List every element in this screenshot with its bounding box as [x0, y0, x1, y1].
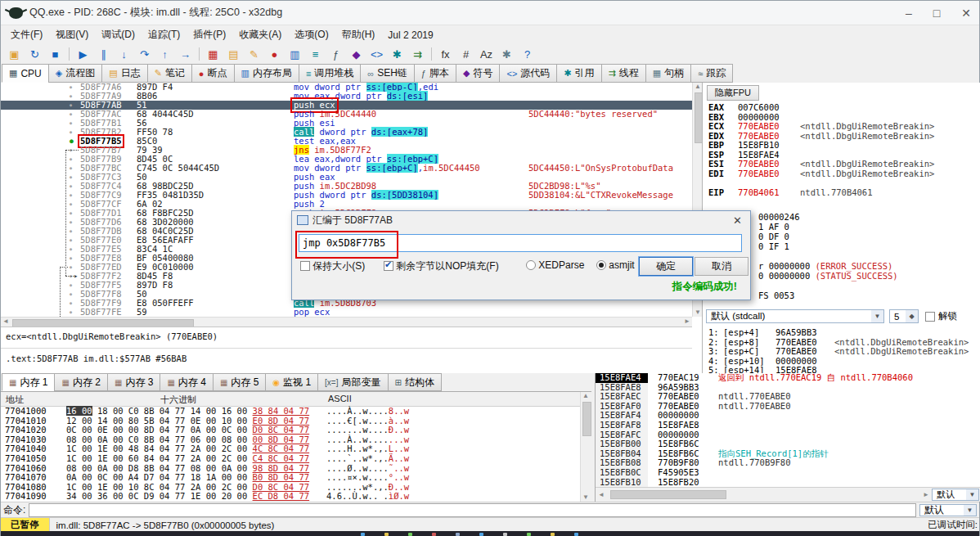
stop-button[interactable]: ■ — [45, 45, 65, 63]
row-dot-icon[interactable]: ● — [70, 218, 72, 227]
symbols-button[interactable]: ◆ — [346, 45, 366, 63]
tab-references[interactable]: ✱引用 — [556, 64, 601, 83]
log-button[interactable]: ▤ — [223, 45, 244, 63]
step-into-button[interactable]: ↓ — [114, 45, 134, 63]
tab-dump2[interactable]: ▦内存 2 — [54, 373, 107, 391]
row-dot-icon[interactable]: ● — [70, 83, 72, 92]
row-dot-icon[interactable]: ● — [70, 281, 72, 290]
register-row[interactable] — [708, 178, 979, 188]
stack-row[interactable]: 15E8FAE4770EAC19返回到 ntdll.770EAC19 自 ntd… — [596, 373, 980, 383]
highlight-fx-button[interactable]: fx — [435, 45, 456, 63]
tab-watch1[interactable]: ◉监视 1 — [265, 373, 318, 391]
open-file-button[interactable]: ▣ — [4, 45, 25, 63]
menu-item[interactable]: 帮助(H) — [335, 26, 382, 43]
title-bar[interactable]: QQ.exe - PID: 268C - 模块: im.dll - 线程: 25… — [1, 1, 979, 25]
memory-row[interactable]: 7704109034 00 36 00 0C D9 04 77 1E 00 20… — [1, 492, 591, 502]
memory-dump-pane[interactable]: 地址 十六进制 ASCII 7704100016 00 18 00 C0 8B … — [1, 391, 591, 502]
row-dot-icon[interactable]: ● — [70, 110, 72, 119]
row-dot-icon[interactable]: ● — [70, 308, 72, 317]
tab-graph[interactable]: ◈流程图 — [48, 64, 102, 83]
dialog-title-bar[interactable]: 汇编于 5D8F77AB ✕ — [292, 211, 750, 229]
menu-item[interactable]: 视图(V) — [49, 26, 95, 43]
tab-dump3[interactable]: ▦内存 3 — [107, 373, 160, 391]
asmjit-radio[interactable]: asmjit — [596, 259, 635, 271]
scroll-left-icon[interactable]: ◄ — [596, 491, 607, 498]
row-dot-icon[interactable]: ● — [70, 101, 72, 110]
row-dot-icon[interactable]: ● — [70, 200, 72, 209]
tab-script[interactable]: ƒ脚本 — [414, 64, 456, 83]
keep-size-checkbox[interactable]: 保持大小(S) — [300, 259, 365, 273]
breakpoints-button[interactable]: ● — [264, 45, 285, 63]
row-dot-icon[interactable]: ● — [70, 227, 72, 236]
tab-cpu[interactable]: ▦CPU — [2, 64, 49, 83]
assemble-dialog[interactable]: 汇编于 5D8F77AB ✕ 保持大小(S) 剩余字节以NOP填充(F) XED… — [291, 210, 751, 300]
row-dot-icon[interactable]: ● — [70, 182, 72, 191]
row-dot-icon[interactable]: ● — [70, 155, 72, 164]
tab-seh-chain[interactable]: ∞SEH链 — [360, 64, 415, 83]
menu-item[interactable]: 收藏夹(A) — [232, 26, 288, 43]
step-out-button[interactable]: ↑ — [155, 45, 175, 63]
command-mode-select[interactable]: 默认 ▼ — [919, 504, 977, 516]
tab-locals[interactable]: [x=]局部变量 — [317, 373, 388, 391]
menu-item[interactable]: 插件(P) — [187, 26, 232, 43]
row-dot-icon[interactable]: ● — [70, 164, 72, 173]
xedparse-radio[interactable]: XEDParse — [526, 259, 584, 271]
run-button[interactable]: ▶ — [73, 45, 93, 63]
source-button[interactable]: <> — [366, 45, 387, 63]
nop-fill-checkbox[interactable]: 剩余字节以NOP填充(F) — [384, 259, 499, 273]
tab-symbols[interactable]: ◆符号 — [456, 64, 500, 83]
row-dot-icon[interactable]: ● — [70, 254, 72, 263]
graph-button[interactable]: ▦ — [203, 45, 223, 63]
memory-vscrollbar[interactable]: ▲▼ — [580, 392, 592, 502]
threads-button[interactable]: ⇉ — [407, 45, 428, 63]
tab-notes[interactable]: ✎笔记 — [147, 64, 192, 83]
row-dot-icon[interactable]: ● — [70, 263, 72, 272]
calling-convention-select[interactable]: 默认 (stdcall) ▼ — [706, 309, 884, 323]
menu-item[interactable]: 选项(O) — [288, 26, 335, 43]
row-dot-icon[interactable]: ● — [70, 173, 72, 182]
restart-button[interactable]: ↻ — [25, 45, 45, 63]
stack-row[interactable]: 15E8FAF400000000 — [596, 411, 980, 421]
call-stack-button[interactable]: ≡ — [305, 45, 326, 63]
row-dot-icon[interactable]: ● — [70, 299, 72, 308]
menu-item[interactable]: 文件(F) — [4, 26, 49, 43]
tab-dump1[interactable]: ▦内存 1 — [2, 373, 55, 391]
row-dot-icon[interactable]: ● — [70, 245, 72, 254]
tab-dump4[interactable]: ▦内存 4 — [160, 373, 213, 391]
tab-breakpoints[interactable]: ●断点 — [191, 64, 235, 83]
row-dot-icon[interactable]: ● — [70, 191, 72, 200]
register-row[interactable]: EIP770B4061ntdll.770B4061 — [708, 188, 979, 198]
tab-source[interactable]: <>源代码 — [499, 64, 557, 83]
maximize-button[interactable]: □ — [933, 7, 940, 20]
breakpoint-dot-icon[interactable]: ● — [70, 137, 74, 146]
hide-fpu-button[interactable]: 隐藏FPU — [707, 85, 759, 101]
tab-threads[interactable]: ⇉线程 — [601, 64, 646, 83]
tab-log[interactable]: ▤日志 — [101, 64, 147, 83]
tab-handles[interactable]: ▦句柄 — [645, 64, 691, 83]
call-arg-row[interactable]: 3:[esp+C]770EABE0<ntdll.DbgUiRemoteBreak… — [708, 347, 969, 357]
minimize-button[interactable]: – — [906, 7, 912, 20]
stack-row[interactable]: 15E8FB08770B9F80ntdll.770B9F80 — [596, 458, 980, 468]
register-row[interactable]: EBP15E8FB10 — [708, 141, 979, 151]
register-row[interactable]: EAX007C6000 — [708, 103, 979, 113]
row-dot-icon[interactable]: ● — [70, 236, 72, 245]
help-button[interactable]: ? — [517, 45, 537, 63]
run-to-cursor-button[interactable]: → — [175, 45, 196, 63]
dialog-close-icon[interactable]: ✕ — [730, 214, 745, 227]
script-button[interactable]: ƒ — [326, 45, 346, 63]
stack-row[interactable]: 15E8FB1015E8FB20 — [596, 478, 980, 488]
command-input[interactable] — [29, 503, 916, 517]
row-dot-icon[interactable]: ● — [70, 209, 72, 218]
row-dot-icon[interactable]: ● — [70, 128, 72, 137]
tab-call-stack[interactable]: ≡调用堆栈 — [299, 64, 361, 83]
hash-button[interactable]: # — [456, 45, 476, 63]
menu-item[interactable]: 调试(D) — [95, 26, 142, 43]
stack-pane[interactable]: 15E8FAE4770EAC19返回到 ntdll.770EAC19 自 ntd… — [595, 373, 980, 502]
stack-row[interactable]: 15E8FAF815E8FAE8 — [596, 421, 980, 430]
cancel-button[interactable]: 取消 — [695, 257, 748, 276]
unlock-checkbox[interactable]: 解锁 — [925, 310, 957, 322]
tab-dump5[interactable]: ▦内存 5 — [213, 373, 266, 391]
row-dot-icon[interactable]: ● — [70, 92, 72, 101]
memory-map-button[interactable]: ▥ — [285, 45, 305, 63]
stack-row[interactable]: 15E8FAF0770EABE0ntdll.770EABE0 — [596, 402, 980, 412]
